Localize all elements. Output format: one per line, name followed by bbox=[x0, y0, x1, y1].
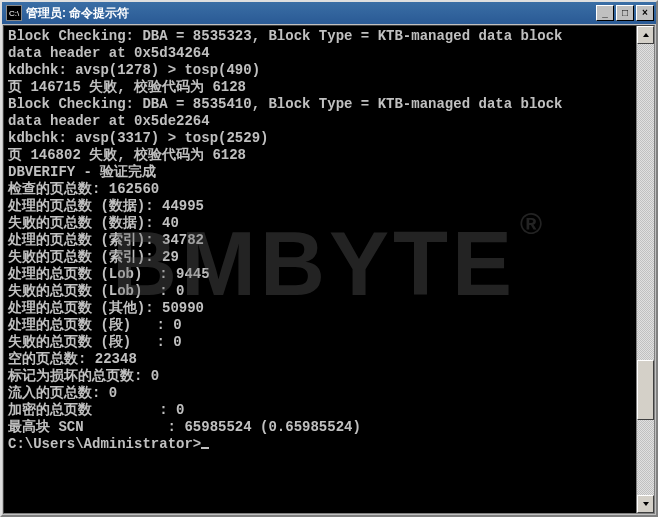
console-output[interactable]: Block Checking: DBA = 8535323, Block Typ… bbox=[4, 26, 636, 513]
console-line: 检查的页总数: 162560 bbox=[8, 181, 632, 198]
console-line: data header at 0x5de2264 bbox=[8, 113, 632, 130]
console-line: 页 146715 失败, 校验代码为 6128 bbox=[8, 79, 632, 96]
console-line: 最高块 SCN : 65985524 (0.65985524) bbox=[8, 419, 632, 436]
console-line: 失败的页总数 (数据): 40 bbox=[8, 215, 632, 232]
scroll-up-button[interactable] bbox=[637, 26, 654, 44]
command-prompt-window: C:\ 管理员: 命令提示符 _ □ × Block Checking: DBA… bbox=[0, 0, 658, 517]
cursor bbox=[201, 447, 209, 449]
console-line: C:\Users\Administrator> bbox=[8, 436, 632, 453]
console-line: kdbchk: avsp(3317) > tosp(2529) bbox=[8, 130, 632, 147]
app-icon: C:\ bbox=[6, 5, 22, 21]
console-line: 流入的页总数: 0 bbox=[8, 385, 632, 402]
window-buttons: _ □ × bbox=[596, 5, 654, 21]
client-area: Block Checking: DBA = 8535323, Block Typ… bbox=[3, 25, 655, 514]
console-line: 加密的总页数 : 0 bbox=[8, 402, 632, 419]
console-line: Block Checking: DBA = 8535323, Block Typ… bbox=[8, 28, 632, 45]
console-line: 失败的总页数 (Lob) : 0 bbox=[8, 283, 632, 300]
console-line: 失败的总页数 (段) : 0 bbox=[8, 334, 632, 351]
console-line: 处理的总页数 (段) : 0 bbox=[8, 317, 632, 334]
console-line: Block Checking: DBA = 8535410, Block Typ… bbox=[8, 96, 632, 113]
console-line: 空的页总数: 22348 bbox=[8, 351, 632, 368]
console-line: 处理的页总数 (数据): 44995 bbox=[8, 198, 632, 215]
maximize-button[interactable]: □ bbox=[616, 5, 634, 21]
vertical-scrollbar[interactable] bbox=[636, 26, 654, 513]
app-icon-label: C:\ bbox=[9, 9, 19, 18]
console-line: kdbchk: avsp(1278) > tosp(490) bbox=[8, 62, 632, 79]
console-line: 标记为损坏的总页数: 0 bbox=[8, 368, 632, 385]
window-title: 管理员: 命令提示符 bbox=[26, 5, 596, 22]
titlebar[interactable]: C:\ 管理员: 命令提示符 _ □ × bbox=[2, 2, 656, 24]
console-line: 页 146802 失败, 校验代码为 6128 bbox=[8, 147, 632, 164]
scrollbar-track[interactable] bbox=[637, 44, 654, 495]
scroll-down-button[interactable] bbox=[637, 495, 654, 513]
close-button[interactable]: × bbox=[636, 5, 654, 21]
console-line: 失败的页总数 (索引): 29 bbox=[8, 249, 632, 266]
scrollbar-thumb[interactable] bbox=[637, 360, 654, 420]
chevron-up-icon bbox=[642, 31, 650, 39]
chevron-down-icon bbox=[642, 500, 650, 508]
console-line: 处理的总页数 (Lob) : 9445 bbox=[8, 266, 632, 283]
console-line: 处理的总页数 (其他): 50990 bbox=[8, 300, 632, 317]
console-line: 处理的页总数 (索引): 34782 bbox=[8, 232, 632, 249]
console-line: data header at 0x5d34264 bbox=[8, 45, 632, 62]
minimize-button[interactable]: _ bbox=[596, 5, 614, 21]
console-line: DBVERIFY - 验证完成 bbox=[8, 164, 632, 181]
